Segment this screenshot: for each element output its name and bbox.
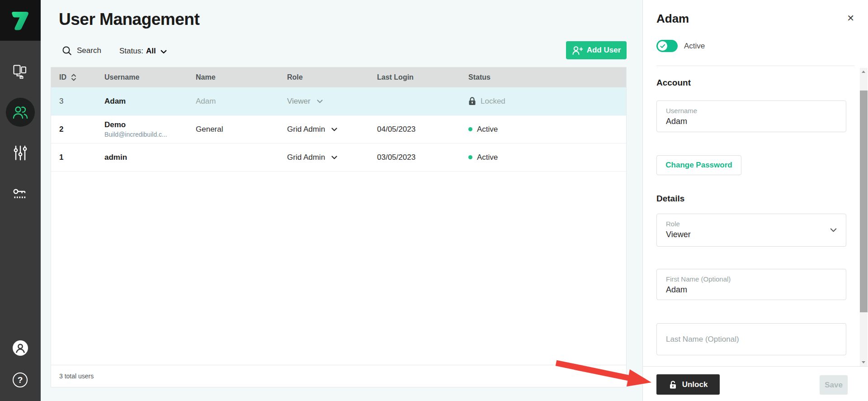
- panel-scrollbar[interactable]: [860, 68, 868, 366]
- active-toggle[interactable]: [656, 40, 678, 52]
- users-table: ID Username Name Role Last Login Status …: [51, 67, 627, 387]
- search-placeholder: Search: [77, 46, 101, 55]
- help-icon: ?: [13, 372, 28, 387]
- cell-id: 3: [59, 97, 104, 106]
- column-id-label: ID: [59, 73, 66, 81]
- sidebar-item-settings[interactable]: [6, 138, 35, 167]
- unlock-button[interactable]: Unlock: [656, 374, 720, 395]
- incredibuild-logo-icon: [9, 9, 32, 32]
- incredibuild-logo: [0, 0, 41, 41]
- first-name-field-value: Adam: [666, 285, 837, 295]
- cell-status: Active: [468, 125, 626, 134]
- machines-icon: [13, 64, 28, 79]
- column-username: Username: [104, 73, 196, 81]
- panel-footer: Unlock Save: [643, 366, 868, 401]
- sort-icon[interactable]: [71, 73, 76, 81]
- cell-last-login: 04/05/2023: [377, 125, 468, 134]
- username-field-value: Adam: [666, 117, 837, 126]
- sidebar-item-account[interactable]: [12, 340, 28, 356]
- column-id[interactable]: ID: [59, 73, 104, 81]
- role-value: Viewer: [287, 97, 311, 106]
- active-toggle-label: Active: [684, 42, 705, 51]
- save-button[interactable]: Save: [820, 375, 848, 395]
- role-select-label: Role: [666, 220, 837, 228]
- scrollbar-up-arrow[interactable]: [860, 68, 868, 76]
- sidebar-item-help[interactable]: ?: [13, 372, 28, 387]
- account-section-title: Account: [656, 78, 691, 88]
- add-user-icon: [572, 45, 583, 55]
- app-root: ? User Management Search Status: All Add…: [0, 0, 868, 401]
- close-icon[interactable]: ✕: [847, 13, 854, 24]
- last-name-field-placeholder: Last Name (Optional): [666, 335, 739, 344]
- chevron-down-icon: [317, 100, 323, 103]
- sidebar-item-licenses[interactable]: [6, 179, 35, 208]
- scrollbar-down-arrow[interactable]: [860, 358, 868, 366]
- role-value: Grid Admin: [287, 153, 325, 162]
- check-icon: [660, 44, 665, 48]
- status-filter-value: All: [146, 47, 156, 56]
- change-password-button[interactable]: Change Password: [656, 155, 741, 175]
- sidebar: ?: [0, 0, 41, 401]
- chevron-down-icon: [331, 128, 337, 131]
- first-name-field[interactable]: First Name (Optional) Adam: [656, 269, 846, 300]
- search-icon: [62, 46, 72, 56]
- status-badge: Active: [477, 153, 498, 162]
- add-user-label: Add User: [587, 46, 621, 55]
- chevron-down-icon: [830, 228, 837, 232]
- role-select-value: Viewer: [666, 230, 837, 239]
- lock-icon: [468, 97, 476, 105]
- unlock-button-label: Unlock: [682, 380, 708, 389]
- cell-name: General: [196, 125, 287, 134]
- last-name-field[interactable]: Last Name (Optional): [656, 323, 846, 355]
- cell-name: Adam: [196, 97, 287, 106]
- status-badge: Active: [477, 125, 498, 134]
- details-section-title: Details: [656, 194, 684, 204]
- sidebar-item-machines[interactable]: [6, 57, 35, 86]
- cell-id: 2: [59, 125, 104, 134]
- column-last-login: Last Login: [377, 73, 468, 81]
- account-icon: [12, 340, 28, 356]
- status-badge: Locked: [481, 97, 505, 106]
- table-row-admin[interactable]: 1 admin Grid Admin 03/05/2023 Active: [51, 143, 626, 172]
- divider: [656, 66, 854, 66]
- page-title: User Management: [59, 10, 199, 29]
- scrollbar-thumb[interactable]: [860, 91, 868, 312]
- column-status: Status: [468, 73, 626, 81]
- cell-username: Adam: [104, 97, 196, 106]
- help-glyph: ?: [18, 375, 23, 385]
- search-input[interactable]: Search: [62, 46, 101, 56]
- role-select[interactable]: Role Viewer: [656, 214, 846, 247]
- role-dropdown[interactable]: Grid Admin: [287, 153, 337, 162]
- table-header-row: ID Username Name Role Last Login Status: [51, 67, 626, 87]
- sidebar-item-users[interactable]: [6, 98, 35, 127]
- column-role: Role: [287, 73, 377, 81]
- active-toggle-row: Active: [656, 40, 705, 52]
- username-text: Demo: [104, 120, 196, 129]
- role-dropdown[interactable]: Grid Admin: [287, 125, 337, 134]
- username-field-label: Username: [666, 107, 837, 115]
- table-row-adam[interactable]: 3 Adam Adam Viewer Locked: [51, 87, 626, 115]
- status-filter[interactable]: Status: All: [119, 47, 167, 56]
- toggle-knob: [658, 41, 667, 51]
- first-name-field-label: First Name (Optional): [666, 275, 837, 283]
- status-filter-label: Status:: [119, 47, 143, 56]
- panel-title: Adam: [656, 12, 689, 26]
- table-empty-space: [51, 172, 626, 365]
- role-dropdown[interactable]: Viewer: [287, 97, 323, 106]
- cell-last-login: 03/05/2023: [377, 153, 468, 162]
- username-field[interactable]: Username Adam: [656, 100, 846, 132]
- users-icon: [12, 105, 28, 120]
- table-row-demo[interactable]: 2 Demo Build@incredibuild.c... General G…: [51, 115, 626, 143]
- cell-username: admin: [104, 153, 196, 162]
- add-user-button[interactable]: Add User: [566, 41, 627, 59]
- role-value: Grid Admin: [287, 125, 325, 134]
- cell-username: Demo Build@incredibuild.c...: [104, 120, 196, 138]
- cell-id: 1: [59, 153, 104, 162]
- chevron-down-icon: [331, 156, 337, 159]
- cell-status: Active: [468, 153, 626, 162]
- active-dot-icon: [468, 127, 472, 131]
- sliders-icon: [13, 145, 28, 161]
- cell-status: Locked: [468, 97, 626, 106]
- user-detail-panel: Adam ✕ Active Account Username Adam Chan…: [642, 0, 868, 401]
- column-name: Name: [196, 73, 287, 81]
